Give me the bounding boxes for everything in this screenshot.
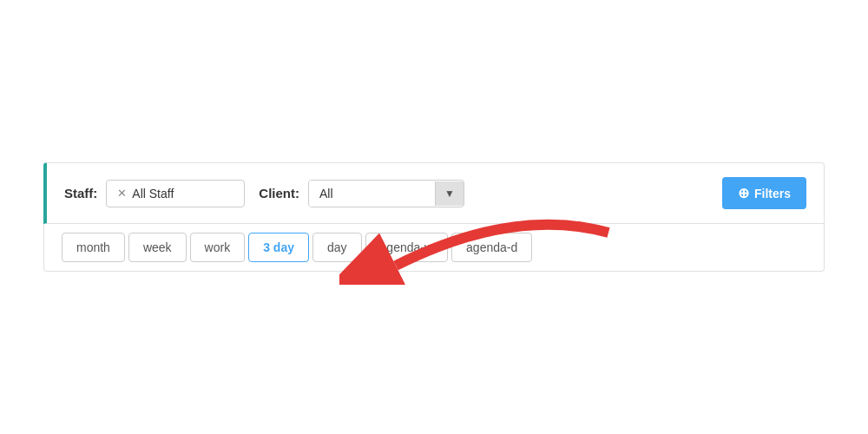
client-dropdown-arrow-icon[interactable]: ▼ bbox=[435, 181, 464, 206]
tab-work[interactable]: work bbox=[190, 233, 246, 262]
tab-agenda-d[interactable]: agenda-d bbox=[451, 233, 532, 262]
filters-button-label: Filters bbox=[754, 187, 791, 201]
filter-bar: Staff: ✕ All Staff Client: All ▼ ⊕ Filte… bbox=[43, 162, 825, 224]
staff-label: Staff: bbox=[64, 186, 97, 201]
client-value: All bbox=[309, 181, 435, 207]
tab-day[interactable]: day bbox=[312, 233, 362, 262]
client-select[interactable]: All ▼ bbox=[308, 180, 464, 207]
tab-month[interactable]: month bbox=[62, 233, 125, 262]
main-container: Staff: ✕ All Staff Client: All ▼ ⊕ Filte… bbox=[43, 162, 825, 272]
staff-input[interactable]: ✕ All Staff bbox=[106, 180, 245, 207]
filters-button[interactable]: ⊕ Filters bbox=[722, 177, 806, 209]
plus-icon: ⊕ bbox=[738, 185, 749, 201]
tab-week[interactable]: week bbox=[128, 233, 187, 262]
staff-close-icon[interactable]: ✕ bbox=[117, 187, 127, 199]
client-label: Client: bbox=[259, 186, 299, 201]
tab-3day[interactable]: 3 day bbox=[248, 233, 309, 262]
staff-value: All Staff bbox=[132, 187, 174, 201]
staff-filter-group: Staff: ✕ All Staff bbox=[64, 180, 245, 207]
client-filter-group: Client: All ▼ bbox=[259, 180, 464, 207]
view-tabs-bar: month week work 3 day day agenda-w agend… bbox=[43, 224, 825, 272]
tab-agenda-w[interactable]: agenda-w bbox=[365, 233, 449, 262]
